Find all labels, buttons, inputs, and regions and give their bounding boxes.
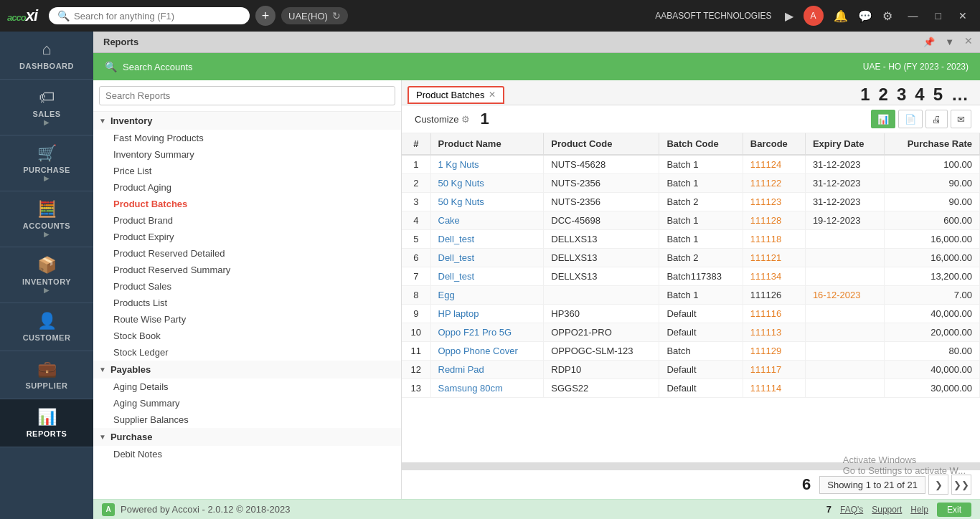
page-overlay-2: 2: [879, 85, 888, 105]
global-search-input[interactable]: [74, 11, 232, 22]
exit-button[interactable]: Exit: [937, 503, 971, 517]
sidebar-item-customer[interactable]: 👤 CUSTOMER: [0, 303, 93, 351]
inventory-section-header[interactable]: ▼ Inventory: [93, 112, 401, 130]
notifications-icon[interactable]: 🔔: [829, 6, 852, 26]
cell-product-name: Samsung 80cm: [430, 379, 544, 398]
tree-item-fast-moving[interactable]: Fast Moving Products: [93, 130, 401, 146]
tree-item-inventory-summary[interactable]: Inventory Summary: [93, 146, 401, 163]
cell-num: 5: [402, 230, 430, 249]
reports-icon: 📊: [37, 408, 57, 427]
cell-num: 11: [402, 342, 430, 361]
tree-item-products-list[interactable]: Products List: [93, 295, 401, 311]
refresh-icon[interactable]: ↻: [332, 10, 341, 22]
cell-expiry-date: [805, 379, 884, 398]
main-layout: ⌂ DASHBOARD 🏷 SALES ▶ 🛒 PURCHASE ▶ 🧮 ACC…: [0, 32, 980, 519]
minimize-button[interactable]: —: [903, 9, 924, 23]
cell-product-code: OPPOGC-SLM-123: [544, 342, 659, 361]
sidebar-item-supplier[interactable]: 💼 SUPPLIER: [0, 351, 93, 399]
tree-item-product-batches[interactable]: Product Batches: [93, 196, 401, 212]
tab-pin-button[interactable]: 📌: [920, 35, 938, 49]
tree-item-product-reserved-summary[interactable]: Product Reserved Summary: [93, 262, 401, 278]
export-excel-button[interactable]: 📊: [871, 110, 895, 128]
fy-label: UAE - HO (FY 2023 - 2023): [863, 62, 969, 72]
payables-section-header[interactable]: ▼ Payables: [93, 361, 401, 378]
tree-item-debit-notes[interactable]: Debit Notes: [93, 446, 401, 462]
tab-down-button[interactable]: ▼: [942, 35, 957, 49]
purchase-arrow-icon: ▶: [44, 174, 50, 182]
sales-arrow-icon: ▶: [44, 118, 50, 126]
topbar-arrow-icon[interactable]: ▶: [781, 6, 798, 26]
tabbar: Reports 📌 ▼ ✕: [93, 32, 980, 53]
export-email-button[interactable]: ✉: [951, 110, 971, 128]
cell-batch-code: Batch 1: [659, 155, 743, 174]
close-button[interactable]: ✕: [953, 9, 973, 23]
cell-batch-code: Batch: [659, 342, 743, 361]
sidebar: ⌂ DASHBOARD 🏷 SALES ▶ 🛒 PURCHASE ▶ 🧮 ACC…: [0, 32, 93, 519]
cell-batch-code: Batch117383: [659, 267, 743, 286]
global-search-box[interactable]: 🔍: [49, 7, 250, 24]
sidebar-label-dashboard: DASHBOARD: [19, 62, 74, 70]
table-row: 4 Cake DCC-45698 Batch 1 111128 19-12-20…: [402, 211, 980, 230]
support-link[interactable]: Support: [872, 505, 902, 515]
table-row: 6 Dell_test DELLXS13 Batch 2 111121 16,0…: [402, 249, 980, 267]
cell-batch-code: Batch 1: [659, 286, 743, 305]
purchase-section-header[interactable]: ▼ Purchase: [93, 428, 401, 446]
cell-expiry-date: 31-12-2023: [805, 174, 884, 193]
help-link[interactable]: Help: [910, 505, 928, 515]
tree-item-product-expiry[interactable]: Product Expiry: [93, 229, 401, 245]
tree-item-aging-details[interactable]: Aging Details: [93, 378, 401, 395]
pagination-next-button[interactable]: ❯: [928, 475, 948, 495]
customize-button[interactable]: Customize ⚙: [410, 112, 474, 127]
tree-item-stock-ledger[interactable]: Stock Ledger: [93, 344, 401, 361]
cell-batch-code: Default: [659, 379, 743, 398]
tab-close-button[interactable]: ✕: [961, 35, 976, 49]
sidebar-item-purchase[interactable]: 🛒 PURCHASE ▶: [0, 135, 93, 191]
cell-num: 9: [402, 305, 430, 323]
tree-item-aging-summary[interactable]: Aging Summary: [93, 395, 401, 411]
tree-item-product-reserved-detailed[interactable]: Product Reserved Detailed: [93, 245, 401, 262]
sidebar-item-sales[interactable]: 🏷 SALES ▶: [0, 80, 93, 135]
tree-item-product-sales[interactable]: Product Sales: [93, 278, 401, 295]
product-batches-tab-label: Product Batches: [416, 90, 484, 100]
search-reports-input[interactable]: [99, 86, 395, 105]
sidebar-item-reports[interactable]: 📊 REPORTS: [0, 399, 93, 447]
cell-product-name: Egg: [430, 286, 544, 305]
settings-icon[interactable]: ⚙: [878, 6, 897, 26]
tree-item-product-aging[interactable]: Product Aging: [93, 179, 401, 196]
chat-icon[interactable]: 💬: [854, 6, 877, 26]
sidebar-item-inventory[interactable]: 📦 INVENTORY ▶: [0, 247, 93, 303]
cell-product-code: DELLXS13: [544, 267, 659, 286]
faq-link[interactable]: FAQ's: [840, 505, 863, 515]
tree-item-product-brand[interactable]: Product Brand: [93, 212, 401, 229]
pagination-last-button[interactable]: ❯❯: [951, 475, 971, 495]
product-batches-tab-close-icon[interactable]: ✕: [489, 90, 496, 100]
sidebar-item-dashboard[interactable]: ⌂ DASHBOARD: [0, 32, 93, 80]
tree-item-stock-book[interactable]: Stock Book: [93, 328, 401, 344]
sales-icon: 🏷: [39, 88, 55, 107]
bottom-right: 7 FAQ's Support Help Exit: [826, 503, 971, 517]
export-print-button[interactable]: 🖨: [925, 110, 948, 128]
tree-area: ▼ Inventory Fast Moving Products Invento…: [93, 112, 401, 499]
customize-number-1: 1: [480, 110, 489, 128]
product-batches-tab[interactable]: Product Batches ✕: [407, 86, 504, 104]
table-header: # Product Name Product Code Batch Code B…: [402, 133, 980, 155]
tree-item-supplier-balances[interactable]: Supplier Balances: [93, 411, 401, 428]
purchase-section: ▼ Purchase Debit Notes: [93, 428, 401, 462]
maximize-button[interactable]: □: [930, 9, 947, 23]
supplier-icon: 💼: [37, 360, 57, 378]
export-pdf-button[interactable]: 📄: [898, 110, 923, 128]
tree-item-price-list[interactable]: Price List: [93, 163, 401, 179]
table-row: 10 Oppo F21 Pro 5G OPPO21-PRO Default 11…: [402, 323, 980, 342]
tree-item-route-wise-party[interactable]: Route Wise Party: [93, 311, 401, 328]
add-button[interactable]: +: [255, 6, 275, 26]
cell-product-name: HP laptop: [430, 305, 544, 323]
cell-expiry-date: 31-12-2023: [805, 193, 884, 211]
dashboard-icon: ⌂: [42, 40, 51, 59]
avatar[interactable]: A: [804, 6, 824, 26]
cell-product-name: Dell_test: [430, 249, 544, 267]
cell-expiry-date: 19-12-2023: [805, 211, 884, 230]
sidebar-item-accounts[interactable]: 🧮 ACCOUNTS ▶: [0, 191, 93, 247]
customer-icon: 👤: [37, 312, 57, 330]
sidebar-label-sales: SALES: [32, 110, 60, 118]
cell-batch-code: Default: [659, 323, 743, 342]
